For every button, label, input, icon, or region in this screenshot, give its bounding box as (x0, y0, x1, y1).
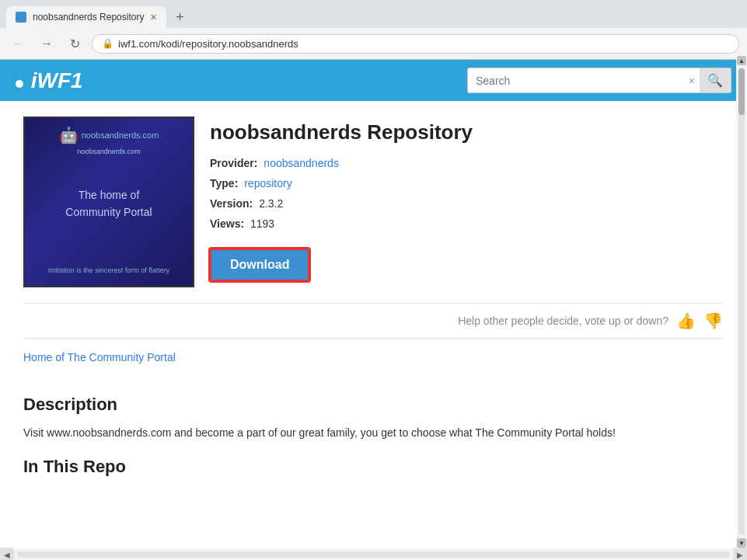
vote-section: Help other people decide, vote up or dow… (23, 303, 723, 339)
search-input[interactable] (468, 70, 684, 92)
page-content: 🤖 noobsandnerds.com noobsandnerds.com Th… (0, 101, 746, 502)
addon-image: 🤖 noobsandnerds.com noobsandnerds.com Th… (23, 117, 194, 287)
active-tab[interactable]: noobsandnerds Repository × (6, 6, 166, 28)
new-tab-button[interactable]: + (169, 6, 191, 28)
addon-image-site: noobsandnerds.com (77, 148, 141, 155)
logo-dot (16, 80, 23, 88)
thumbs-up-button[interactable]: 👍 (676, 311, 696, 330)
addon-title: noobsandnerds Repository (210, 120, 723, 144)
type-row: Type: repository (210, 177, 723, 190)
addon-image-tagline: Imitation is the sincerest form of flatt… (48, 266, 170, 274)
views-label: Views: (210, 217, 244, 230)
views-row: Views: 1193 (210, 217, 723, 230)
tab-bar: noobsandnerds Repository × + (0, 0, 747, 28)
back-button[interactable]: ← (8, 33, 30, 54)
site-logo[interactable]: iWF1 (16, 68, 83, 93)
scroll-up-button[interactable]: ▲ (737, 56, 746, 65)
in-repo-title: In This Repo (23, 457, 723, 477)
provider-label: Provider: (210, 157, 257, 169)
forward-button[interactable]: → (36, 33, 58, 54)
thumbs-down-button[interactable]: 👎 (703, 311, 723, 330)
site-header: iWF1 × 🔍 (0, 60, 747, 101)
tab-favicon (16, 12, 26, 23)
search-clear-button[interactable]: × (684, 75, 700, 87)
addon-info: noobsandnerds Repository Provider: noobs… (210, 117, 723, 287)
vote-prompt: Help other people decide, vote up or dow… (458, 315, 668, 327)
search-bar: × 🔍 (467, 68, 731, 93)
community-portal-link[interactable]: Home of The Community Portal (23, 351, 176, 363)
addon-image-title: The home of Community Portal (65, 186, 152, 221)
description-text: Visit www.noobsandnerds.com and become a… (23, 424, 723, 441)
tab-close-button[interactable]: × (150, 11, 156, 23)
type-value: repository (244, 177, 291, 190)
address-bar: ← → ↻ 🔒 iwf1.com/kodi/repository.noobsan… (0, 28, 747, 59)
reload-button[interactable]: ↻ (64, 33, 86, 54)
version-row: Version: 2.3.2 (210, 197, 723, 210)
download-button[interactable]: Download (210, 249, 309, 281)
robot-icon: 🤖 (59, 126, 79, 144)
provider-row: Provider: noobsandnerds (210, 157, 723, 169)
search-submit-button[interactable]: 🔍 (700, 68, 731, 92)
addon-image-brand: 🤖 noobsandnerds.com (59, 126, 159, 144)
lock-icon: 🔒 (102, 38, 113, 49)
url-bar[interactable]: 🔒 iwf1.com/kodi/repository.noobsandnerds (92, 34, 739, 54)
logo-text: iWF1 (31, 68, 83, 92)
browser-chrome: noobsandnerds Repository × + ← → ↻ 🔒 iwf… (0, 0, 747, 60)
url-text: iwf1.com/kodi/repository.noobsandnerds (118, 38, 298, 50)
views-value: 1193 (250, 217, 274, 230)
scrollbar-vertical[interactable]: ▲ ▼ (736, 54, 747, 502)
addon-header: 🤖 noobsandnerds.com noobsandnerds.com Th… (23, 117, 723, 287)
scroll-thumb[interactable] (738, 68, 745, 115)
provider-value: noobsandnerds (264, 157, 339, 169)
type-label: Type: (210, 177, 238, 190)
version-value: 2.3.2 (259, 197, 283, 210)
tab-title: noobsandnerds Repository (33, 12, 144, 23)
description-title: Description (23, 395, 723, 415)
version-label: Version: (210, 197, 253, 210)
scroll-track (738, 68, 745, 502)
